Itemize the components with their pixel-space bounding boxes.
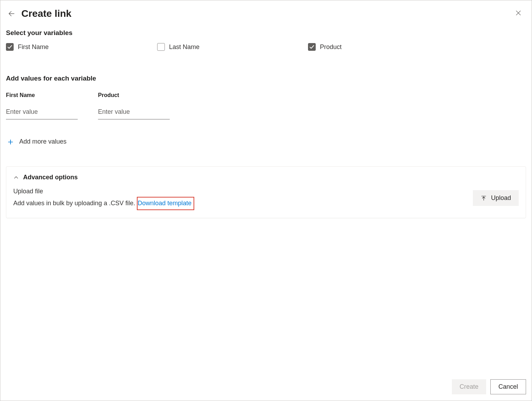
value-fields-row: First Name Product [6, 92, 526, 119]
create-button[interactable]: Create [452, 379, 486, 394]
upload-file-description: Add values in bulk by uploading a .CSV f… [13, 200, 135, 207]
checkmark-icon [309, 44, 315, 50]
back-button[interactable] [6, 8, 17, 19]
checkbox-box [308, 43, 316, 51]
plus-icon: ＋ [6, 137, 15, 146]
field-first-name: First Name [6, 92, 78, 119]
arrow-left-icon [8, 10, 15, 18]
upload-button[interactable]: Upload [473, 190, 519, 206]
download-template-link[interactable]: Download template [138, 200, 191, 207]
checkbox-label: Last Name [169, 43, 200, 51]
panel-footer: Create Cancel [452, 379, 526, 394]
field-product: Product [98, 92, 170, 119]
checkbox-first-name[interactable]: First Name [6, 43, 49, 51]
upload-icon [481, 195, 487, 201]
checkbox-last-name[interactable]: Last Name [157, 43, 200, 51]
checkbox-label: First Name [18, 43, 49, 51]
add-more-label: Add more values [19, 138, 66, 145]
first-name-input[interactable] [6, 106, 78, 119]
cancel-button[interactable]: Cancel [490, 379, 526, 394]
checkbox-box [157, 43, 165, 51]
advanced-options-toggle[interactable]: Advanced options [13, 174, 519, 181]
field-label: First Name [6, 92, 78, 98]
add-more-values-button[interactable]: ＋ Add more values [6, 137, 66, 146]
close-icon [515, 10, 522, 16]
checkmark-icon [7, 44, 13, 50]
advanced-options-title: Advanced options [23, 174, 78, 181]
field-label: Product [98, 92, 170, 98]
panel-title: Create link [21, 8, 71, 19]
checkbox-box [6, 43, 14, 51]
panel-header: Create link [0, 0, 532, 25]
select-variables-heading: Select your variables [6, 29, 526, 37]
upload-description-block: Upload file Add values in bulk by upload… [13, 186, 194, 210]
variables-checkbox-row: First Name Last Name Product [6, 43, 526, 51]
panel-content: Select your variables First Name Last Na… [0, 29, 532, 146]
upload-file-heading: Upload file [13, 186, 194, 197]
close-button[interactable] [513, 7, 524, 19]
advanced-options-body: Upload file Add values in bulk by upload… [13, 186, 519, 210]
highlight-box: Download template [137, 197, 194, 210]
advanced-options-card: Advanced options Upload file Add values … [6, 166, 526, 218]
create-link-panel: Create link Select your variables First … [0, 0, 532, 401]
add-values-heading: Add values for each variable [6, 75, 526, 82]
checkbox-product[interactable]: Product [308, 43, 342, 51]
product-input[interactable] [98, 106, 170, 119]
upload-button-label: Upload [491, 194, 511, 202]
chevron-up-icon [13, 175, 19, 180]
checkbox-label: Product [320, 43, 342, 51]
